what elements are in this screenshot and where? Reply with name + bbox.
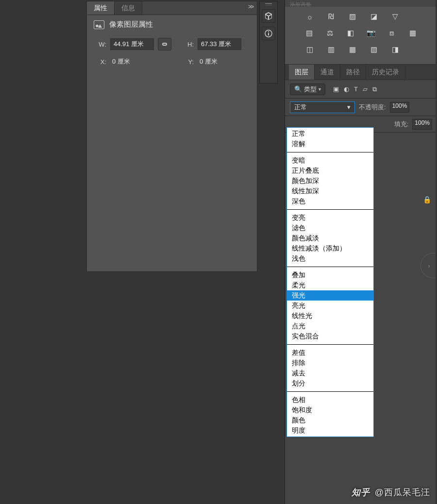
tab-paths[interactable]: 路径 xyxy=(340,65,366,80)
blend-mode-dropdown[interactable]: 正常 ▾ xyxy=(290,101,355,113)
selective-color-icon[interactable]: ◨ xyxy=(390,45,401,54)
zhihu-logo-icon: 知乎 xyxy=(352,487,370,498)
filter-pixel-icon[interactable]: ▣ xyxy=(333,85,339,93)
link-wh-button[interactable] xyxy=(158,38,171,50)
brightness-icon[interactable]: ☼ xyxy=(304,12,315,21)
dock-info-icon[interactable] xyxy=(262,27,275,40)
tab-info[interactable]: 信息 xyxy=(115,1,142,15)
invert-icon[interactable]: ◫ xyxy=(304,45,315,54)
blend-mode-item[interactable]: 颜色加深 xyxy=(287,176,373,186)
x-label: X: xyxy=(94,58,106,66)
fill-label: 填充: xyxy=(394,120,409,129)
watermark: 知乎 @西瓜呆毛汪 xyxy=(352,487,430,498)
blend-mode-item[interactable]: 颜色减淡 xyxy=(287,233,373,243)
blend-mode-item[interactable]: 变暗 xyxy=(287,155,373,166)
svg-rect-1 xyxy=(268,33,269,35)
adjust-panel-header: 添加调整 xyxy=(285,0,437,7)
layers-tabs: 图层 通道 路径 历史记录 xyxy=(285,65,437,80)
blend-row: 正常 ▾ 不透明度: 100% xyxy=(285,99,437,116)
chevron-down-icon: ▾ xyxy=(347,103,351,111)
search-icon: 🔍 xyxy=(294,85,302,93)
expand-handle[interactable]: › xyxy=(420,253,437,278)
adjust-row-3: ◫ ▥ ▦ ▧ ◨ xyxy=(304,45,418,54)
blend-mode-item[interactable]: 正常 xyxy=(287,129,373,139)
vibrance-icon[interactable]: ▽ xyxy=(390,12,401,21)
blend-mode-item[interactable]: 明度 xyxy=(287,425,373,436)
blend-mode-item[interactable]: 线性减淡（添加） xyxy=(287,243,373,253)
filter-text-icon[interactable]: T xyxy=(354,85,358,93)
info-icon xyxy=(264,29,273,38)
filter-shape-icon[interactable]: ▱ xyxy=(363,85,368,93)
adjust-row-2: ▤ ⚖ ◧ 📷 ⧈ ▦ xyxy=(304,28,418,38)
balance-icon[interactable]: ⚖ xyxy=(325,28,336,38)
pixel-layer-icon xyxy=(94,20,104,29)
color-lookup-icon[interactable]: ▦ xyxy=(408,28,418,38)
lock-icon[interactable]: 🔒 xyxy=(421,196,432,203)
blend-mode-item[interactable]: 实色混合 xyxy=(287,331,373,341)
posterize-icon[interactable]: ▥ xyxy=(326,45,336,54)
blend-mode-item[interactable]: 亮光 xyxy=(287,301,373,311)
adjustments-grid: ☼ ₪ ▨ ◪ ▽ ▤ ⚖ ◧ 📷 ⧈ ▦ ◫ ▥ ▦ ▧ ◨ xyxy=(285,7,437,65)
properties-title: 像素图层属性 xyxy=(109,20,153,29)
blend-mode-item[interactable]: 线性加深 xyxy=(287,186,373,196)
tab-properties[interactable]: 属性 xyxy=(87,1,115,15)
blend-mode-item[interactable]: 色相 xyxy=(287,395,373,405)
layer-filter-row: 🔍 类型 ▾ ▣ ◐ T ▱ ⧉ xyxy=(285,80,437,99)
gradient-map-icon[interactable]: ▧ xyxy=(369,45,379,54)
menu-separator xyxy=(287,267,373,267)
opacity-value[interactable]: 100% xyxy=(390,102,410,113)
kind-dropdown[interactable]: 🔍 类型 ▾ xyxy=(290,84,325,95)
opacity-label: 不透明度: xyxy=(359,103,386,112)
height-label: H: xyxy=(181,41,194,48)
blend-mode-item[interactable]: 划分 xyxy=(287,378,373,388)
properties-panel: 属性 信息 >> 像素图层属性 W: H: X: 0 厘米 Y: 0 厘米 xyxy=(86,1,257,272)
menu-separator xyxy=(287,209,373,210)
exposure-icon[interactable]: ◪ xyxy=(369,12,379,21)
layer-filter-icons: ▣ ◐ T ▱ ⧉ xyxy=(333,85,377,93)
photo-filter-icon[interactable]: 📷 xyxy=(367,28,377,38)
blend-mode-item[interactable]: 柔光 xyxy=(287,280,373,290)
blend-mode-item[interactable]: 排除 xyxy=(287,358,373,368)
levels-icon[interactable]: ₪ xyxy=(326,12,336,21)
blend-mode-item[interactable]: 深色 xyxy=(287,196,373,206)
tab-history[interactable]: 历史记录 xyxy=(366,65,405,80)
dimension-grid: W: H: X: 0 厘米 Y: 0 厘米 xyxy=(94,38,250,66)
curves-icon[interactable]: ▨ xyxy=(347,12,358,21)
blend-mode-item[interactable]: 滤色 xyxy=(287,223,373,233)
blend-mode-item[interactable]: 强光 xyxy=(287,290,373,301)
dock-grabber[interactable] xyxy=(265,3,272,5)
threshold-icon[interactable]: ▦ xyxy=(347,45,358,54)
width-label: W: xyxy=(94,41,106,48)
blend-mode-item[interactable]: 颜色 xyxy=(287,415,373,425)
menu-separator xyxy=(287,152,373,152)
tab-layers[interactable]: 图层 xyxy=(289,65,315,80)
kind-dropdown-label: 类型 xyxy=(304,85,317,94)
blend-mode-item[interactable]: 浅色 xyxy=(287,253,373,264)
y-label: Y: xyxy=(181,58,194,66)
hue-icon[interactable]: ▤ xyxy=(304,28,315,38)
blend-mode-item[interactable]: 减去 xyxy=(287,368,373,378)
panel-collapse-button[interactable]: >> xyxy=(248,3,253,10)
watermark-author: @西瓜呆毛汪 xyxy=(375,487,430,498)
blend-mode-item[interactable]: 线性光 xyxy=(287,311,373,321)
blend-mode-item[interactable]: 变亮 xyxy=(287,213,373,223)
blend-mode-selected: 正常 xyxy=(294,103,307,112)
blend-mode-item[interactable]: 差值 xyxy=(287,348,373,358)
blackwhite-icon[interactable]: ◧ xyxy=(346,28,356,38)
filter-smart-icon[interactable]: ⧉ xyxy=(372,85,377,93)
tab-channels[interactable]: 通道 xyxy=(315,65,340,80)
channel-mixer-icon[interactable]: ⧈ xyxy=(387,28,397,38)
blend-mode-item[interactable]: 溶解 xyxy=(287,139,373,149)
filter-adjust-icon[interactable]: ◐ xyxy=(344,85,349,93)
width-input[interactable] xyxy=(110,38,154,50)
dock-strip xyxy=(259,1,278,84)
height-input[interactable] xyxy=(198,38,241,50)
blend-mode-item[interactable]: 叠加 xyxy=(287,270,373,280)
fill-value[interactable]: 100% xyxy=(412,119,432,130)
blend-mode-item[interactable]: 饱和度 xyxy=(287,405,373,415)
blend-mode-item[interactable]: 点光 xyxy=(287,321,373,331)
blend-mode-menu[interactable]: 正常溶解变暗正片叠底颜色加深线性加深深色变亮滤色颜色减淡线性减淡（添加）浅色叠加… xyxy=(286,127,374,437)
menu-separator xyxy=(287,391,373,392)
dock-3d-icon[interactable] xyxy=(262,9,275,23)
blend-mode-item[interactable]: 正片叠底 xyxy=(287,166,373,176)
